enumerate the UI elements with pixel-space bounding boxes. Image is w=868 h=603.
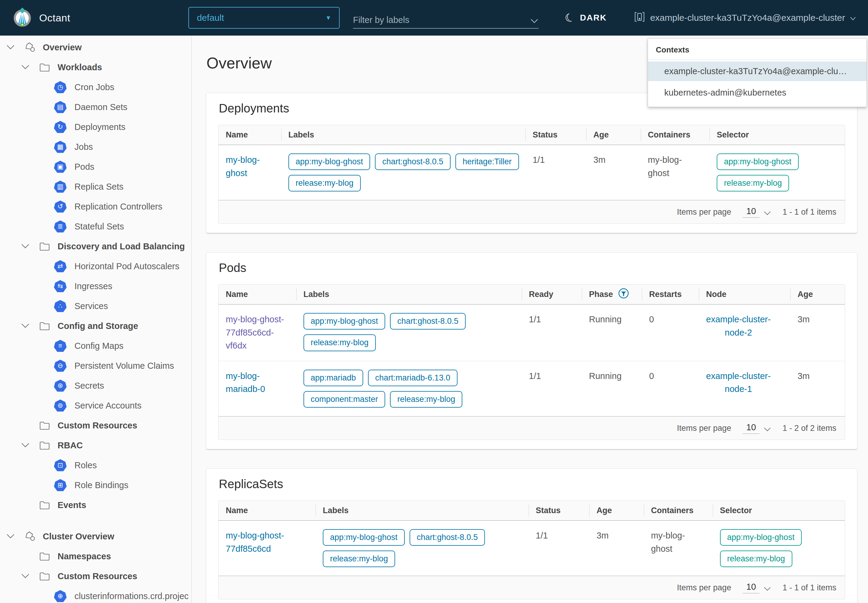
octant-logo-icon	[12, 7, 32, 29]
folder-icon	[39, 501, 51, 510]
sidebar-item-label: Stateful Sets	[74, 222, 124, 232]
label-badge: app:my-blog-ghost	[289, 153, 371, 170]
theme-toggle-button[interactable]: ☾ DARK	[565, 11, 607, 25]
sidebar-item-jobs[interactable]: ▦Jobs	[0, 137, 192, 157]
cell-value: 3m	[593, 155, 605, 165]
chevron-down-icon	[764, 584, 771, 593]
resource-link[interactable]: example-cluster- node-1	[706, 370, 771, 396]
resource-link[interactable]: my-blog-ghost- 77df85c6cd	[226, 530, 284, 554]
label-badge: release:my-blog	[390, 391, 462, 408]
page-size-select[interactable]: 10	[743, 206, 771, 218]
selector-badge: release:my-blog	[720, 550, 792, 567]
sidebar-item-label: Workloads	[57, 62, 102, 73]
sidebar-item-daemon-sets[interactable]: ▤Daemon Sets	[0, 97, 192, 117]
sidebar-item-service-accounts[interactable]: ⊚Service Accounts	[0, 396, 192, 416]
column-header-label: Restarts	[649, 290, 682, 299]
sidebar-item-overview[interactable]: Overview	[0, 37, 192, 57]
sidebar-item-services[interactable]: ∴Services	[0, 296, 192, 316]
sidebar-item-roles[interactable]: ⊡Roles	[0, 455, 192, 475]
label-filter-input[interactable]: Filter by labels	[353, 7, 539, 29]
column-header-label: Node	[706, 290, 727, 299]
context-option[interactable]: kubernetes-admin@kubernetes	[648, 83, 866, 102]
ingresses-icon: ⇆	[54, 280, 66, 292]
sidebar-item-replica-sets[interactable]: ▥Replica Sets	[0, 177, 192, 196]
namespace-select[interactable]: default ▼	[188, 7, 340, 29]
cell-value: my-blog- ghost	[648, 155, 682, 178]
column-header-node: Node	[699, 284, 790, 304]
sidebar-item-label: Horizontal Pod Autoscalers	[74, 261, 179, 271]
cell-value: 1/1	[529, 371, 541, 381]
sidebar-item-persistent-volume-claims[interactable]: ⊖Persistent Volume Claims	[0, 356, 192, 376]
objects-icon	[24, 42, 36, 53]
cell-labels: app:mariadbchart:mariadb-6.13.0component…	[296, 370, 522, 408]
chevron-down-icon[interactable]	[22, 443, 29, 448]
label-badge: app:my-blog-ghost	[323, 529, 405, 546]
sidebar-item-config-and-storage[interactable]: Config and Storage	[0, 316, 192, 336]
folder-icon	[39, 322, 51, 331]
sidebar-item-stateful-sets[interactable]: ≣Stateful Sets	[0, 216, 192, 237]
cell-node: example-cluster- node-2	[699, 313, 790, 353]
sidebar-item-clusterinformations-crd-projec[interactable]: ⊕clusterinformations.crd.projec	[0, 586, 192, 603]
theme-toggle-label: DARK	[580, 13, 607, 23]
app-header: Octant default ▼ Filter by labels ☾ DARK…	[0, 0, 868, 36]
cell-name: my-blog- mariadb-0	[218, 370, 296, 408]
label-badge: component:master	[304, 391, 386, 408]
sidebar-item-deployments[interactable]: ↻Deployments	[0, 117, 192, 137]
resource-link[interactable]: my-blog- mariadb-0	[226, 371, 265, 394]
sidebar-item-ingresses[interactable]: ⇆Ingresses	[0, 276, 192, 296]
page-size-select[interactable]: 10	[743, 582, 771, 593]
folder-icon	[39, 421, 51, 430]
column-header-containers: Containers	[644, 501, 713, 520]
sidebar-item-cron-jobs[interactable]: ◷Cron Jobs	[0, 77, 192, 97]
items-per-page-label: Items per page	[677, 583, 731, 592]
chevron-down-icon[interactable]	[7, 45, 14, 50]
page-size-select[interactable]: 10	[743, 422, 771, 434]
sidebar-item-role-bindings[interactable]: ⊞Role Bindings	[0, 475, 192, 495]
sidebar-item-custom-resources[interactable]: Custom Resources	[0, 566, 192, 586]
deployments-icon: ↻	[54, 121, 66, 133]
column-header-age: Age	[589, 501, 644, 520]
selector-badge: app:my-blog-ghost	[717, 153, 798, 170]
resource-link[interactable]: example-cluster- node-2	[706, 313, 771, 339]
sidebar-item-cluster-overview[interactable]: Cluster Overview	[0, 526, 192, 546]
sidebar-item-label: Config and Storage	[57, 321, 138, 331]
context-switcher[interactable]: example-cluster-ka3TuTzYo4a@example-clus…	[634, 11, 856, 25]
sidebar-item-horizontal-pod-autoscalers[interactable]: ⇄Horizontal Pod Autoscalers	[0, 256, 192, 276]
label-badge: release:my-blog	[304, 334, 376, 351]
cell-status: 1/1	[529, 529, 590, 567]
sidebar-item-namespaces[interactable]: Namespaces	[0, 546, 192, 566]
sidebar-item-label: Service Accounts	[74, 401, 141, 411]
filter-icon[interactable]	[618, 288, 629, 301]
sidebar-item-pods[interactable]: ▣Pods	[0, 157, 192, 177]
sidebar-item-custom-resources[interactable]: Custom Resources	[0, 416, 192, 435]
items-per-page-label: Items per page	[677, 207, 731, 217]
column-header-label: Name	[226, 290, 248, 299]
sidebar-item-secrets[interactable]: ⊛Secrets	[0, 376, 192, 396]
label-badges: app:my-blog-ghostchart:ghost-8.0.5herita…	[289, 153, 519, 192]
column-header-label: Age	[797, 290, 813, 299]
app-brand: Octant	[12, 7, 70, 29]
folder-icon	[39, 63, 51, 72]
resource-link[interactable]: my-blog- ghost	[226, 155, 260, 178]
chevron-down-icon[interactable]	[22, 574, 29, 578]
sidebar-item-discovery-and-load-balancing[interactable]: Discovery and Load Balancing	[0, 237, 192, 256]
sidebar-item-config-maps[interactable]: ≡Config Maps	[0, 336, 192, 356]
sidebar-item-events[interactable]: Events	[0, 495, 192, 515]
statefulsets-icon: ≣	[54, 220, 66, 232]
contexts-dropdown: Contexts example-cluster-ka3TuTzYo4a@exa…	[648, 38, 867, 107]
cell-value: Running	[589, 371, 621, 381]
column-header-selector: Selector	[713, 501, 845, 520]
context-option[interactable]: example-cluster-ka3TuTzYo4a@example-clu…	[648, 62, 866, 81]
chevron-down-icon[interactable]	[22, 65, 29, 70]
resource-link[interactable]: my-blog-ghost- 77df85c6cd- vf6dx	[226, 314, 284, 350]
sidebar-item-rbac[interactable]: RBAC	[0, 435, 192, 455]
label-badge: chart:mariadb-6.13.0	[368, 370, 457, 386]
cell-age: 3m	[790, 370, 845, 408]
pvc-icon: ⊖	[54, 360, 66, 372]
chevron-down-icon[interactable]	[7, 534, 14, 539]
sidebar-item-replication-controllers[interactable]: ↺Replication Controllers	[0, 196, 192, 216]
chevron-down-icon[interactable]	[22, 323, 29, 328]
cell-status: 1/1	[525, 153, 586, 192]
sidebar-item-workloads[interactable]: Workloads	[0, 57, 192, 77]
chevron-down-icon[interactable]	[22, 244, 29, 249]
